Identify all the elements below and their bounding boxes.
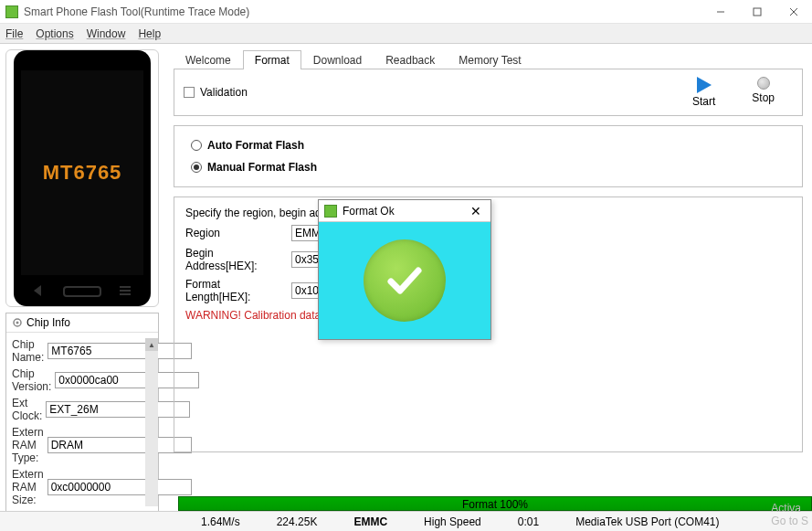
phone-back-icon	[34, 285, 41, 296]
manual-format-option[interactable]: Manual Format Flash	[191, 161, 786, 174]
menu-options[interactable]: Options	[36, 27, 73, 40]
svg-point-5	[16, 322, 19, 324]
minimize-button[interactable]	[702, 0, 739, 24]
format-length-label: Format Length[HEX]:	[185, 278, 286, 303]
progress-text: Format 100%	[462, 498, 528, 511]
menu-help[interactable]: Help	[138, 27, 161, 40]
tabs: Welcome Format Download Readback Memory …	[174, 49, 803, 69]
statusbar: 1.64M/s 224.25K EMMC High Speed 0:01 Med…	[0, 511, 812, 531]
chip-info-scrollbar[interactable]: ▲	[145, 338, 158, 506]
tab-welcome[interactable]: Welcome	[174, 50, 243, 69]
tab-memory-test[interactable]: Memory Test	[447, 50, 533, 69]
menubar: File Options Window Help	[0, 24, 812, 44]
stop-button[interactable]: Stop	[752, 77, 775, 108]
format-ok-dialog: Format Ok ✕	[318, 199, 491, 340]
scroll-up-icon[interactable]: ▲	[145, 338, 158, 351]
menu-window[interactable]: Window	[87, 27, 126, 40]
dialog-title: Format Ok	[343, 205, 467, 218]
ext-clock-label: Ext Clock:	[12, 397, 42, 422]
stop-icon	[757, 77, 770, 90]
auto-format-option[interactable]: Auto Format Flash	[191, 139, 786, 152]
svg-rect-1	[754, 8, 761, 16]
tab-readback[interactable]: Readback	[374, 50, 447, 69]
chip-version-label: Chip Version:	[12, 367, 51, 393]
phone-outline: BM MT6765	[14, 50, 151, 306]
chip-info-body: Chip Name: Chip Version: Ext Clock: Exte…	[6, 333, 158, 512]
titlebar: Smart Phone Flash Tool(Runtime Trace Mod…	[0, 0, 812, 24]
auto-format-label: Auto Format Flash	[207, 139, 304, 152]
status-time: 0:01	[500, 515, 557, 528]
window-controls	[702, 0, 812, 24]
tab-download[interactable]: Download	[301, 50, 374, 69]
window-title: Smart Phone Flash Tool(Runtime Trace Mod…	[24, 5, 702, 18]
stop-label: Stop	[752, 91, 775, 104]
start-label: Start	[692, 95, 715, 108]
toolbar: Validation Start Stop	[174, 69, 803, 116]
radio-checked-icon	[191, 162, 202, 173]
tab-format[interactable]: Format	[243, 50, 301, 69]
maximize-button[interactable]	[739, 0, 775, 24]
validation-label: Validation	[200, 86, 248, 99]
success-checkmark-icon	[364, 239, 446, 322]
validation-checkbox[interactable]	[184, 87, 195, 98]
ext-ram-type-label: Extern RAM Type:	[12, 426, 44, 464]
left-column: BM MT6765 Chip Info Chip Name: Chip Vers…	[0, 44, 164, 511]
chipset-label: MT6765	[43, 161, 122, 185]
status-port: MediaTek USB Port (COM41)	[557, 515, 737, 528]
play-icon	[697, 77, 712, 93]
begin-address-label: Begin Address[HEX]:	[185, 247, 286, 272]
status-speed: 1.64M/s	[183, 515, 258, 528]
progress-bar: Format 100%	[178, 496, 812, 511]
chip-info-title-text: Chip Info	[26, 316, 70, 329]
dialog-close-button[interactable]: ✕	[467, 204, 485, 218]
app-icon	[5, 5, 18, 18]
phone-menu-icon	[120, 286, 131, 295]
phone-preview: BM MT6765	[5, 49, 159, 307]
chip-info-group: Chip Info Chip Name: Chip Version: Ext C…	[5, 313, 159, 513]
radio-icon	[191, 140, 202, 151]
menu-file[interactable]: File	[5, 27, 23, 40]
format-options: Auto Format Flash Manual Format Flash	[174, 125, 803, 187]
status-usb: High Speed	[406, 515, 500, 528]
close-button[interactable]	[775, 0, 812, 24]
status-size: 224.25K	[258, 515, 336, 528]
phone-home-button	[63, 286, 101, 297]
ext-ram-size-label: Extern RAM Size:	[12, 468, 44, 506]
dialog-body	[319, 222, 490, 339]
region-label: Region	[185, 227, 286, 239]
status-storage: EMMC	[335, 515, 406, 528]
start-button[interactable]: Start	[692, 77, 715, 108]
phone-screen: MT6765	[21, 70, 143, 275]
manual-format-label: Manual Format Flash	[207, 161, 317, 174]
dialog-app-icon	[324, 205, 337, 218]
chip-info-title: Chip Info	[6, 313, 158, 333]
chip-name-label: Chip Name:	[12, 338, 44, 364]
dialog-titlebar: Format Ok ✕	[319, 200, 490, 222]
gear-icon	[12, 317, 23, 328]
